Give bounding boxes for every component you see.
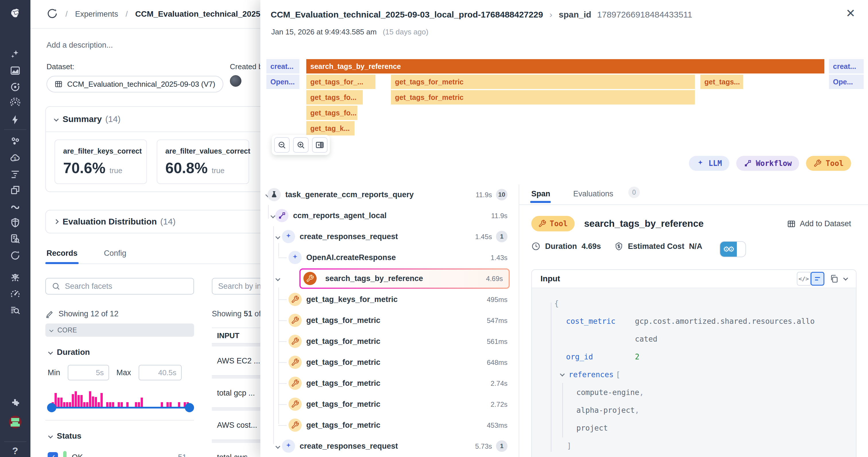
pipelines-icon[interactable] [9, 200, 22, 212]
tab-evaluations[interactable]: Evaluations [573, 189, 613, 199]
help-icon[interactable]: ? [9, 445, 22, 457]
tree-row-create_responses_request[interactable]: create_responses_request1.45s1 [260, 226, 513, 247]
creator-avatar[interactable] [230, 75, 241, 87]
events-icon[interactable] [9, 113, 22, 126]
copy-button[interactable] [830, 274, 839, 283]
datadog-logo[interactable] [7, 4, 24, 21]
audit-trail-icon[interactable] [9, 233, 22, 245]
sidebar-divider [4, 441, 26, 442]
core-section-header[interactable]: CORE [45, 324, 194, 337]
tree-row-ccm_reports_agent_local[interactable]: ccm_reports_agent_local11.9s [260, 205, 513, 226]
flamegraph-span-get_tag_k[interactable]: get_tag_k... [306, 121, 354, 135]
list-view-button[interactable] [811, 272, 825, 286]
tree-row-create_responses_request[interactable]: create_responses_request5.73s1 [260, 436, 513, 457]
service-catalog-icon[interactable] [9, 184, 22, 196]
flamegraph-span-get_tags_fo[interactable]: get_tags_fo... [306, 90, 363, 104]
close-icon[interactable]: ✕ [846, 7, 856, 19]
dataset-pill[interactable]: CCM_Evaluation_technical_2025-09-03 (V7) [46, 76, 223, 92]
span-id-label: span_id [559, 10, 591, 19]
log-search-icon[interactable] [9, 304, 22, 316]
min-label: Min [48, 368, 60, 377]
llm-legend-pill[interactable]: LLM [689, 156, 730, 171]
zoom-out-button[interactable] [274, 137, 290, 153]
pencil-icon[interactable] [45, 310, 54, 318]
flamegraph-span-get_tags[interactable]: get_tags... [701, 74, 743, 89]
flamegraph-span-get_tags_for[interactable]: get_tags_for_... [306, 74, 375, 89]
selected-span-row[interactable]: search_tags_by_reference4.69s [299, 268, 510, 289]
json-array-item: project [532, 419, 856, 437]
collapse-input-button[interactable] [844, 276, 847, 281]
breadcrumb-separator: / [126, 10, 128, 19]
add-to-dataset-button[interactable]: Add to Dataset [787, 219, 851, 228]
flamegraph-span-creat[interactable]: creat... [829, 59, 864, 73]
input-title: Input [540, 274, 560, 283]
duration-slider-handle-min[interactable] [47, 403, 56, 412]
status-facet-header[interactable]: Status [45, 431, 194, 440]
error-tracking-icon[interactable] [9, 272, 22, 284]
tool-icon [288, 419, 302, 432]
tab-span[interactable]: Span [531, 189, 550, 199]
integrations-icon[interactable] [9, 397, 22, 409]
duration-min-input[interactable]: 5s [68, 365, 109, 380]
bits-ai-icon[interactable] [9, 48, 22, 61]
security-icon[interactable] [9, 216, 22, 229]
llm-observability-breadcrumb-icon[interactable] [46, 8, 58, 20]
tool-icon [303, 272, 317, 285]
settings-toggle[interactable]: ⚙⚙ [720, 241, 746, 257]
chevron-down-icon[interactable] [560, 372, 565, 377]
evaluations-count-badge: 0 [628, 187, 640, 198]
tree-row-get_tags_for_metric[interactable]: get_tags_for_metric2.72s [260, 394, 513, 415]
chevron-down-icon[interactable] [270, 213, 276, 219]
workflow-legend-pill[interactable]: Workflow [736, 156, 799, 171]
resources-hex-icon[interactable] [9, 135, 22, 148]
flamegraph-span-get_tags_fo[interactable]: get_tags_fo... [306, 105, 358, 120]
tree-row-get_tags_for_metric[interactable]: get_tags_for_metric547ms [260, 310, 513, 331]
json-key[interactable]: cost_metric [566, 317, 635, 326]
flamegraph-span-get_tags_for_metric[interactable]: get_tags_for_metric [391, 90, 695, 104]
flamegraph-span-get_tags_for_metric[interactable]: get_tags_for_metric [391, 74, 695, 89]
tree-row-get_tags_for_metric[interactable]: get_tags_for_metric2.74s [260, 373, 513, 394]
breadcrumb-experiments[interactable]: Experiments [75, 10, 118, 19]
tree-row-get_tag_keys_for_metric[interactable]: get_tag_keys_for_metric495ms [260, 289, 513, 310]
llm-observability-icon[interactable] [9, 249, 22, 262]
collapse-panel-button[interactable] [312, 137, 328, 153]
trace-name[interactable]: CCM_Evaluation_technical_2025-09-03_loca… [271, 10, 543, 19]
code-view-button[interactable]: </> [797, 272, 811, 286]
performance-icon[interactable] [9, 287, 22, 300]
cloud-cost-icon[interactable]: $ [9, 152, 22, 164]
tree-row-get_tags_for_metric[interactable]: get_tags_for_metric453ms [260, 415, 513, 436]
tab-config[interactable]: Config [104, 249, 126, 264]
chevron-down-icon[interactable] [275, 276, 281, 282]
tree-row-search_tags_by_reference[interactable]: search_tags_by_reference4.69s [260, 268, 513, 289]
duration-slider-handle-max[interactable] [185, 403, 194, 412]
json-key-org_id: org_id2 [532, 348, 856, 366]
span-label: get_tags_for_metric [306, 316, 380, 325]
tab-records[interactable]: Records [46, 249, 78, 264]
tree-row-task_generate_ccm_reports_query[interactable]: task_generate_ccm_reports_query11.9s10 [260, 184, 513, 205]
logs-icon[interactable] [9, 167, 22, 180]
chevron-down-icon[interactable] [275, 444, 281, 449]
flamegraph-span-Ope[interactable]: Ope... [829, 74, 864, 89]
zoom-in-button[interactable] [293, 137, 309, 153]
tree-row-OpenAI.createResponse[interactable]: OpenAI.createResponse1.43s [260, 247, 513, 268]
tree-row-get_tags_for_metric[interactable]: get_tags_for_metric648ms [260, 352, 513, 373]
flamegraph-span-search_tags_by_reference[interactable]: search_tags_by_reference [306, 59, 825, 73]
json-key[interactable]: org_id [566, 353, 635, 361]
search-facets-input[interactable]: Search facets [45, 278, 194, 295]
span-duration: 1.43s [491, 254, 507, 262]
dashboards-icon[interactable] [9, 64, 22, 77]
duration-max-input[interactable]: 40.5s [138, 365, 182, 380]
checkbox-checked[interactable]: ✓ [48, 452, 58, 457]
search-facets-placeholder: Search facets [65, 282, 112, 291]
flamegraph-span-Open[interactable]: Open... [267, 74, 299, 89]
avatar[interactable] [9, 416, 22, 428]
flamegraph-span-creat[interactable]: creat... [267, 59, 299, 73]
chevron-down-icon[interactable] [275, 234, 281, 240]
json-value-wrap: cated [532, 330, 856, 348]
status-item-ok[interactable]: ✓OK51 [45, 451, 194, 457]
tree-row-get_tags_for_metric[interactable]: get_tags_for_metric561ms [260, 331, 513, 352]
apm-icon[interactable] [9, 81, 22, 93]
duration-facet-header[interactable]: Duration [45, 347, 194, 357]
tool-legend-pill[interactable]: Tool [806, 156, 851, 171]
infrastructure-icon[interactable] [9, 96, 22, 109]
